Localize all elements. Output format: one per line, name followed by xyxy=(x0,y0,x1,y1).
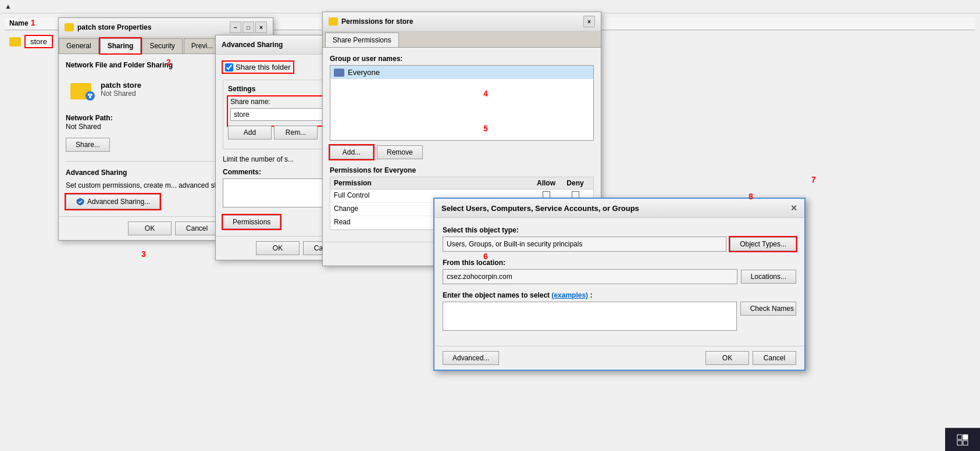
perm-table-header: Permission Allow Deny xyxy=(330,177,593,189)
select-users-title: Select Users, Computers, Service Account… xyxy=(441,204,639,213)
minimize-button[interactable]: − xyxy=(230,22,241,33)
svg-rect-3 xyxy=(957,435,962,439)
perm-col-permission: Permission xyxy=(334,179,532,187)
remove-user-button[interactable]: Remove xyxy=(377,145,423,159)
maximize-button[interactable]: □ xyxy=(243,22,254,33)
location-label: From this location: xyxy=(443,259,796,267)
properties-cancel[interactable]: Cancel xyxy=(175,221,219,235)
step-2: 2 xyxy=(166,58,171,67)
remove-button[interactable]: Rem... xyxy=(274,126,318,139)
share-folder-icon xyxy=(70,78,94,99)
tab-general[interactable]: General xyxy=(59,38,99,53)
titlebar-controls[interactable]: − □ × xyxy=(230,22,267,33)
step-6: 6 xyxy=(483,252,488,261)
perm-col-allow: Allow xyxy=(532,179,561,187)
location-input: csez.zohocorpin.com xyxy=(443,269,737,284)
select-users-titlebar: Select Users, Computers, Service Account… xyxy=(434,199,804,218)
object-names-group: Enter the object names to select (exampl… xyxy=(443,291,796,331)
share-this-folder-checkbox-container[interactable]: Share this folder xyxy=(223,62,293,73)
select-users-ok[interactable]: OK xyxy=(705,351,749,365)
select-users-dialog: Select Users, Computers, Service Account… xyxy=(433,198,806,371)
perm-titlebar-left: Permissions for store xyxy=(329,17,413,26)
user-add-remove: Add... Remove xyxy=(330,145,594,159)
tab-sharing[interactable]: Sharing xyxy=(100,38,141,53)
svg-rect-6 xyxy=(963,441,968,445)
step-4: 4 xyxy=(483,89,488,98)
advanced-sharing-label: Advanced Sharing... xyxy=(87,198,150,206)
object-types-button[interactable]: Object Types... xyxy=(730,237,796,251)
svg-point-1 xyxy=(90,94,92,96)
share-button[interactable]: Share... xyxy=(66,138,110,152)
footer-left: Advanced... xyxy=(443,351,499,365)
locations-button[interactable]: Locations... xyxy=(741,270,796,284)
add-button[interactable]: Add xyxy=(228,126,272,139)
add-user-button[interactable]: Add... xyxy=(330,145,373,159)
permissions-tab-bar: Share Permissions xyxy=(323,31,601,48)
permissions-titlebar: Permissions for store × xyxy=(323,12,601,31)
adv-titlebar-left: Advanced Sharing xyxy=(222,41,283,49)
location-group: From this location: csez.zohocorpin.com … xyxy=(443,259,796,284)
file-name: store xyxy=(24,35,53,48)
perm-titlebar-controls[interactable]: × xyxy=(583,16,595,27)
perm-close-button[interactable]: × xyxy=(583,16,595,27)
check-names-button[interactable]: Check Names xyxy=(740,302,796,316)
shield-icon xyxy=(76,197,85,206)
step-7: 7 xyxy=(811,175,816,184)
object-type-label: Select this object type: xyxy=(443,226,796,234)
share-this-folder-label: Share this folder xyxy=(236,63,291,71)
properties-ok[interactable]: OK xyxy=(128,221,172,235)
close-button[interactable]: × xyxy=(255,22,267,33)
location-row: csez.zohocorpin.com Locations... xyxy=(443,269,796,284)
adv-ok[interactable]: OK xyxy=(256,241,300,255)
advanced-button[interactable]: Advanced... xyxy=(443,351,499,365)
user-list-item-everyone[interactable]: Everyone xyxy=(330,66,593,79)
permissions-button[interactable]: Permissions xyxy=(223,215,280,229)
object-names-row: Check Names xyxy=(443,302,796,331)
enter-names-label: Enter the object names to select xyxy=(443,291,550,299)
user-icon-everyone xyxy=(334,69,344,77)
share-badge xyxy=(85,91,95,101)
share-item-name: patch store xyxy=(101,81,141,90)
share-permissions-tab[interactable]: Share Permissions xyxy=(325,33,399,47)
share-name-outlined-container: Share name: store xyxy=(228,96,337,126)
object-type-input: Users, Groups, or Built-in security prin… xyxy=(443,237,726,252)
properties-title: patch store Properties xyxy=(77,23,151,31)
svg-rect-5 xyxy=(957,441,962,445)
svg-point-2 xyxy=(89,96,91,98)
permissions-folder-icon xyxy=(329,17,338,26)
step-5: 5 xyxy=(483,124,488,133)
share-name-input[interactable]: store xyxy=(230,108,335,121)
select-users-cancel[interactable]: Cancel xyxy=(753,351,796,365)
group-user-label: Group or user names: xyxy=(330,55,594,63)
taskbar-icon xyxy=(957,434,968,446)
colon-label: : xyxy=(590,291,592,299)
select-users-close-button[interactable]: ✕ xyxy=(790,203,797,213)
user-everyone: Everyone xyxy=(348,68,380,77)
svg-rect-4 xyxy=(963,435,968,439)
network-path-value: Not Shared xyxy=(66,123,101,131)
adv-sharing-dialog-title: Advanced Sharing xyxy=(222,41,283,49)
explorer-path: ▲ xyxy=(5,2,12,10)
share-this-folder-checkbox[interactable] xyxy=(225,63,233,71)
examples-link[interactable]: (examples) xyxy=(551,291,588,299)
object-names-textarea[interactable] xyxy=(443,302,737,331)
name-column: Name xyxy=(9,19,28,28)
network-path-label: Network Path: xyxy=(66,114,113,122)
user-list: Everyone xyxy=(330,65,594,141)
advanced-sharing-button[interactable]: Advanced Sharing... xyxy=(66,194,160,209)
object-type-row: Users, Groups, or Built-in security prin… xyxy=(443,237,796,252)
share-item-status: Not Shared xyxy=(101,90,141,98)
object-type-group: Select this object type: Users, Groups, … xyxy=(443,226,796,252)
permissions-for-everyone-label: Permissions for Everyone xyxy=(330,166,594,174)
share-info-text: patch store Not Shared xyxy=(101,81,141,98)
folder-icon xyxy=(9,37,21,46)
titlebar-left: patch store Properties xyxy=(65,23,151,31)
tab-security[interactable]: Security xyxy=(142,38,182,53)
perm-col-deny: Deny xyxy=(561,179,590,187)
taskbar xyxy=(945,428,980,451)
properties-folder-icon xyxy=(65,23,74,31)
footer-right: OK Cancel xyxy=(705,351,796,365)
select-users-body: Select this object type: Users, Groups, … xyxy=(434,218,804,346)
share-name-label: Share name: xyxy=(230,98,335,106)
select-users-footer: Advanced... OK Cancel xyxy=(434,346,804,370)
